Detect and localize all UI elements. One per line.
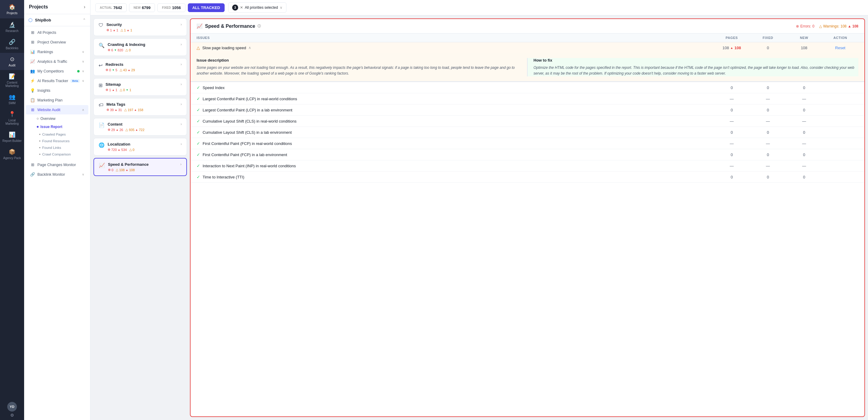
report-icon: 📊 — [9, 131, 16, 138]
issue-row-header-cls-real[interactable]: ✓ Cumulative Layout Shift (CLS) in real-… — [190, 116, 864, 127]
nav-item-all-projects[interactable]: ⊞ All Projects — [26, 28, 88, 37]
security-error-up-val: 1 — [116, 28, 118, 32]
actual-button[interactable]: ACTUAL 7642 — [95, 3, 127, 12]
sidebar-item-research[interactable]: 🔬 Research — [0, 19, 24, 36]
speed-warn-val: 108 — [119, 168, 125, 172]
all-tracked-button[interactable]: ALL TRACKED — [188, 3, 225, 12]
cls-lab-pages: 0 — [714, 130, 750, 135]
cls-real-new: — — [786, 119, 822, 123]
sitemap-error-up: ▲ — [112, 88, 115, 91]
speed-index-pages: 0 — [714, 85, 750, 90]
projects-title: Projects — [29, 4, 48, 10]
issue-row-header-fcp-lab[interactable]: ✓ First Contentful Paint (FCP) in a lab … — [190, 149, 864, 160]
crawling-warn-val: 0 — [129, 48, 130, 52]
sidebar-item-audit[interactable]: ⊙ Audit — [0, 53, 24, 70]
nav-item-analytics[interactable]: 📈 Analytics & Traffic ∨ — [26, 57, 88, 66]
issue-row-header-fcp-real[interactable]: ✓ First Contentful Paint (FCP) in real-w… — [190, 138, 864, 149]
security-warn-val: 1 — [124, 28, 126, 32]
issue-row-lcp-lab: ✓ Largest Contentful Paint (LCP) in a la… — [190, 105, 864, 116]
nav-item-insights[interactable]: 💡 Insights — [26, 86, 88, 95]
settings-icon[interactable]: ⚙ — [10, 413, 14, 418]
expand-desc-text: Some pages on your website are not loadi… — [196, 65, 521, 76]
slow-page-collapse-icon: ∧ — [248, 46, 251, 50]
lcp-real-fixed: — — [750, 96, 786, 101]
fixed-button[interactable]: FIXED 1056 — [157, 3, 185, 12]
category-content[interactable]: 📄 Content ⊗ 29 ▲ 26 △ — [93, 118, 187, 136]
sidebar-item-local[interactable]: 📍 Local Marketing — [0, 108, 24, 128]
nav-item-backlink-monitor[interactable]: 🔗 Backlink Monitor ∨ — [26, 170, 88, 179]
project-selector[interactable]: ⬡ ShipBob ⌃ — [24, 14, 90, 26]
collapse-button[interactable]: › — [84, 4, 85, 10]
sidebar-item-content[interactable]: 📝 Content Marketing — [0, 70, 24, 91]
sidebar-item-agency[interactable]: 📦 Agency Pack — [0, 145, 24, 163]
category-sitemap[interactable]: ⊞ Sitemap ⊗ 1 ▲ 1 △ 0 — [93, 78, 187, 96]
priorities-button[interactable]: 3 ✕ All priorities selected ∨ — [228, 2, 286, 13]
cat-left-sitemap: ⊞ Sitemap ⊗ 1 ▲ 1 △ 0 — [99, 82, 178, 92]
security-error-val: 1 — [110, 28, 112, 32]
fcp-lab-label: First Contentful Paint (FCP) in a lab en… — [203, 152, 287, 157]
issue-row-cls-real: ✓ Cumulative Layout Shift (CLS) in real-… — [190, 116, 864, 127]
nav-item-website-audit[interactable]: ⊞ Website Audit ∧ — [26, 105, 88, 114]
sidebar-item-backlinks[interactable]: 🔗 Backlinks — [0, 36, 24, 53]
nav-sub-found-resources[interactable]: Found Resources — [26, 138, 88, 144]
detail-title: 📈 Speed & Performance ⓘ — [196, 23, 261, 29]
project-chevron-icon: ⌃ — [83, 18, 86, 22]
category-crawling[interactable]: 🔍 Crawling & Indexing ⊗ 6 ▼ 820 △ — [93, 38, 187, 56]
issue-row-header-cls-lab[interactable]: ✓ Cumulative Layout Shift (CLS) in a lab… — [190, 127, 864, 138]
inp-real-new: — — [786, 164, 822, 168]
issue-row-header-lcp-lab[interactable]: ✓ Largest Contentful Paint (LCP) in a la… — [190, 105, 864, 115]
speed-warn-up-val: 108 — [129, 168, 134, 172]
issue-row-slow-page: △ Slow page loading speed ∧ 108 ▲ 108 0 — [190, 42, 864, 82]
nav-item-project-overview[interactable]: ⊞ Project Overview — [26, 37, 88, 47]
nav-sub-crawl-comparison[interactable]: Crawl Comparison — [26, 151, 88, 158]
reset-button[interactable]: Reset — [835, 46, 845, 50]
category-list: 🛡 Security ⊗ 1 ▲ 1 △ 1 — [93, 19, 187, 417]
nav-label-page-changes: Page Changes Monitor — [37, 163, 84, 167]
issue-row-header-speed-index[interactable]: ✓ Speed Index 0 0 0 — [190, 82, 864, 93]
new-button[interactable]: NEW 6799 — [129, 3, 155, 12]
sidebar-item-smm[interactable]: 👥 SMM — [0, 91, 24, 108]
sidebar-item-report[interactable]: 📊 Report Builder — [0, 128, 24, 145]
nav-item-rankings[interactable]: 📊 Rankings ∨ — [26, 47, 88, 56]
nav-sub-crawled-pages[interactable]: Crawled Pages — [26, 131, 88, 138]
cat-badges-content: ⊗ 29 ▲ 26 △ 935 ▲ 722 — [107, 128, 145, 132]
category-security[interactable]: 🛡 Security ⊗ 1 ▲ 1 △ 1 — [93, 19, 187, 36]
nav-item-marketing-plan[interactable]: 📋 Marketing Plan — [26, 95, 88, 105]
sitemap-warn-val: 0 — [123, 88, 125, 92]
category-speed[interactable]: 📈 Speed & Performance ⊗ 0 △ 108 ▲ — [93, 158, 187, 176]
issue-row-header-slow-page[interactable]: △ Slow page loading speed ∧ 108 ▲ 108 0 — [190, 42, 864, 53]
nav-sub-found-links[interactable]: Found Links — [26, 144, 88, 151]
issue-row-header-inp-real[interactable]: ✓ Interaction to Next Paint (INP) in rea… — [190, 160, 864, 171]
metatags-warn-badge: △ 197 ▲ 158 — [124, 108, 143, 112]
nav-label-all-projects: All Projects — [37, 30, 84, 35]
redirects-warn-up-val: 29 — [131, 68, 135, 72]
inp-real-label: Interaction to Next Paint (INP) in real-… — [203, 164, 296, 168]
slow-page-label: Slow page loading speed — [202, 46, 246, 50]
category-redirects[interactable]: ↩ Redirects ⊗ 0 ▼ 5 △ 4 — [93, 58, 187, 76]
avatar[interactable]: YD — [7, 402, 17, 412]
nav-item-page-changes[interactable]: ⊞ Page Changes Monitor — [26, 160, 88, 169]
issue-row-header-lcp-real[interactable]: ✓ Largest Contentful Paint (LCP) in real… — [190, 93, 864, 104]
speed-icon: 📈 — [99, 163, 105, 168]
speed-arrow-icon: › — [180, 162, 182, 166]
nav-sub-overview[interactable]: Overview — [26, 115, 88, 122]
category-metatags[interactable]: 🏷 Meta Tags ⊗ 39 ▲ 31 △ — [93, 98, 187, 116]
crawl-comparison-dot — [39, 154, 40, 155]
detail-header-right: ⊗ Errors: 0 △ Warnings: 108 ▲ 108 — [796, 24, 858, 28]
info-icon[interactable]: ⓘ — [257, 24, 261, 28]
content-warn-badge: △ 935 ▲ 722 — [125, 128, 145, 132]
overview-dot — [37, 118, 39, 119]
cls-real-fixed: — — [750, 119, 786, 123]
nav-item-competitors[interactable]: 👥 My Competitors ∨ — [26, 66, 88, 76]
tti-new: 0 — [786, 175, 822, 179]
warn-triangle-icon: △ — [121, 28, 123, 32]
nav-sub-issue-report[interactable]: Issue Report — [26, 123, 88, 131]
category-localization[interactable]: 🌐 Localization ⊗ 720 ▲ 534 △ — [93, 138, 187, 156]
sitemap-error-up-val: 1 — [116, 88, 117, 92]
sidebar-item-projects[interactable]: 🏠 Projects — [0, 0, 24, 19]
nav-label-insights: Insights — [37, 88, 84, 93]
issue-row-header-tti[interactable]: ✓ Time to Interactive (TTI) 0 0 0 — [190, 171, 864, 183]
priorities-x-icon[interactable]: ✕ — [240, 5, 243, 10]
speed-warn-up: ▲ — [125, 168, 128, 171]
nav-item-ai-tracker[interactable]: ⚡ AI Results Tracker Beta ∨ — [26, 76, 88, 85]
